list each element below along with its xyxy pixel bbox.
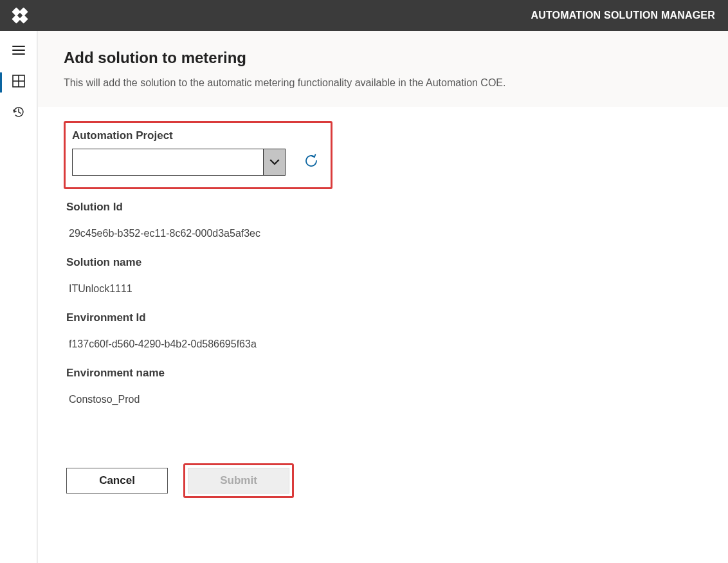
solution-name-value: ITUnlock1111: [69, 283, 702, 295]
page-header: Add solution to metering This will add t…: [38, 31, 728, 107]
history-icon: [12, 105, 26, 122]
chevron-down-icon[interactable]: [263, 149, 285, 175]
sidebar-toggle[interactable]: [0, 37, 37, 66]
sidebar-item-history[interactable]: [0, 99, 37, 127]
main-content: Add solution to metering This will add t…: [37, 31, 728, 563]
automation-project-select[interactable]: [72, 149, 286, 176]
submit-button[interactable]: Submit: [188, 468, 289, 494]
environment-name-label: Environment name: [66, 367, 702, 380]
form-panel: Automation Project S: [38, 107, 728, 563]
submit-highlight: Submit: [183, 463, 294, 498]
solution-name-label: Solution name: [66, 256, 702, 269]
solution-id-value: 29c45e6b-b352-ec11-8c62-000d3a5af3ec: [69, 228, 702, 239]
button-row: Cancel Submit: [66, 463, 702, 498]
app-header: AUTOMATION SOLUTION MANAGER: [0, 0, 728, 31]
environment-name-value: Constoso_Prod: [69, 394, 702, 405]
sidebar-item-grid[interactable]: [0, 68, 37, 97]
automation-project-input[interactable]: [73, 149, 263, 175]
svg-rect-3: [19, 15, 28, 24]
automation-project-label: Automation Project: [72, 129, 324, 142]
page-title: Add solution to metering: [64, 49, 702, 67]
solution-id-label: Solution Id: [66, 201, 702, 214]
app-logo: [9, 6, 31, 25]
sidebar: [0, 31, 37, 563]
environment-id-label: Environment Id: [66, 311, 702, 324]
refresh-button[interactable]: [304, 153, 319, 171]
grid-icon: [12, 74, 26, 91]
automation-project-highlight: Automation Project: [64, 121, 332, 189]
environment-id-value: f137c60f-d560-4290-b4b2-0d586695f63a: [69, 338, 702, 350]
svg-rect-2: [12, 7, 21, 16]
hamburger-icon: [12, 43, 26, 60]
page-description: This will add the solution to the automa…: [64, 77, 702, 89]
refresh-icon: [304, 153, 319, 171]
cancel-button[interactable]: Cancel: [66, 468, 168, 494]
app-title: AUTOMATION SOLUTION MANAGER: [531, 10, 715, 21]
